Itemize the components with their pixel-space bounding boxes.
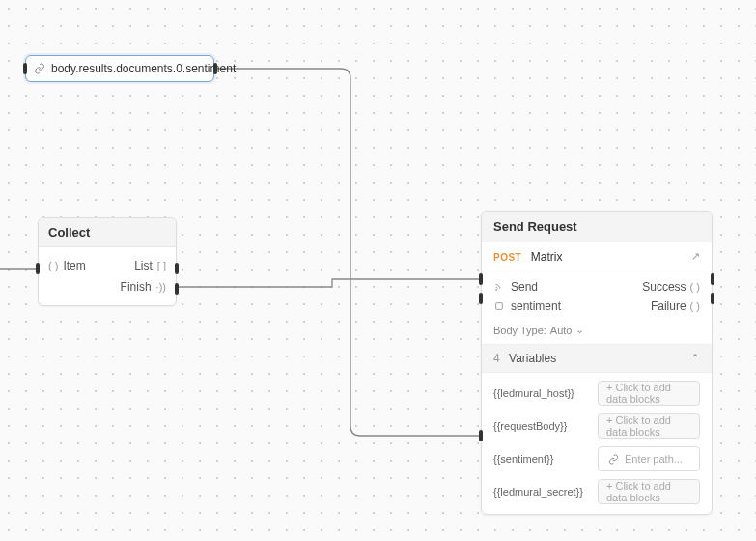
send-port-in[interactable] [479,273,483,285]
variable-key: {{sentiment}} [493,453,590,465]
variable-placeholder: + Click to add data blocks [606,382,691,405]
variable-value-button[interactable]: + Click to add data blocks [598,413,700,439]
variables-label: Variables [509,352,556,365]
link-icon [606,452,620,466]
variable-placeholder: + Click to add data blocks [606,414,691,438]
body-type-label: Body Type: [493,325,546,336]
box-icon [493,300,505,312]
success-port-type: ( ) [690,281,700,293]
item-port-type: ( ) [48,260,58,271]
variable-placeholder: Enter path... [625,453,683,465]
variable-value-button[interactable]: + Click to add data blocks [598,479,700,504]
variable-row: {{ledmural_secret}} + Click to add data … [493,479,700,504]
variable-row: {{requestBody}} + Click to add data bloc… [493,413,700,439]
body-type-value: Auto [550,325,573,336]
collect-node[interactable]: Collect ( ) Item List [ ] Finish ·)) [38,217,177,306]
variable-key: {{ledmural_host}} [493,387,590,399]
finish-port-label: Finish [121,280,152,294]
variable-key: {{ledmural_secret}} [493,486,590,498]
svg-point-0 [496,290,497,291]
variable-value-input[interactable]: Enter path... [598,446,700,471]
list-port-label: List [134,259,153,272]
endpoint-label: Matrix [531,250,563,264]
collect-finish-port[interactable] [175,283,179,295]
sentiment-var-port[interactable] [479,430,483,441]
variable-placeholder: + Click to add data blocks [606,480,691,503]
variable-row: {{sentiment}} Enter path... [493,446,700,471]
path-input-pill[interactable]: body.results.documents.0.sentiment [25,55,214,82]
sentiment-port-label: sentiment [511,299,561,313]
variables-list: {{ledmural_host}} + Click to add data bl… [482,373,712,514]
open-external-icon[interactable]: ↗ [691,250,700,263]
collect-header: Collect [39,218,176,247]
http-method-tag: POST [493,252,521,263]
variable-key: {{requestBody}} [493,420,590,432]
chevron-up-icon: ⌃ [690,352,700,365]
path-input-value: body.results.documents.0.sentiment [51,62,236,75]
collect-item-port[interactable] [36,263,40,274]
path-input-port-left[interactable] [23,63,27,74]
finish-port-type: ·)) [156,281,166,293]
failure-port-out[interactable] [711,293,714,304]
success-port-out[interactable] [711,273,714,285]
list-port-type: [ ] [157,260,166,271]
success-port-label: Success [642,280,686,294]
failure-port-type: ( ) [690,300,700,312]
send-request-header: Send Request [482,212,712,242]
variable-value-button[interactable]: + Click to add data blocks [598,381,700,406]
sentiment-port-in[interactable] [479,293,483,304]
send-request-endpoint-row[interactable]: POST Matrix ↗ [482,242,712,271]
variable-row: {{ledmural_host}} + Click to add data bl… [493,381,700,406]
path-input-port-right[interactable] [213,63,217,74]
collect-list-port[interactable] [175,263,179,274]
chevron-down-icon: ⌄ [575,324,584,336]
send-port-label: Send [511,280,538,294]
link-icon [34,62,45,75]
failure-port-label: Failure [651,299,686,313]
item-port-label: Item [63,259,85,272]
send-request-node[interactable]: Send Request POST Matrix ↗ Send Success … [481,211,713,515]
variables-count: 4 [493,352,500,365]
signal-icon [493,281,505,293]
body-type-selector[interactable]: Body Type: Auto ⌄ [482,320,712,344]
svg-rect-1 [496,303,503,310]
variables-section-header[interactable]: 4 Variables ⌃ [482,344,712,373]
